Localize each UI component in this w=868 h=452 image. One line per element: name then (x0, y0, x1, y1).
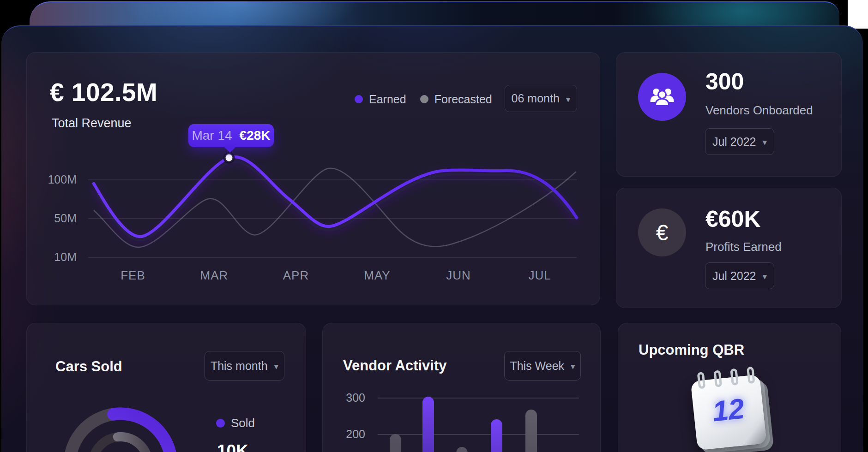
x-axis-label: MAR (187, 268, 242, 283)
x-axis-label: FEB (105, 268, 161, 283)
page-corner-background (848, 0, 868, 29)
calendar-spiral-ring-icon (747, 367, 755, 384)
activity-y-tick: 200 (323, 428, 365, 441)
profits-amount: €60K (705, 206, 761, 232)
upcoming-qbr-card: Upcoming QBR 12 (618, 323, 841, 452)
chevron-down-icon: ▾ (762, 137, 767, 147)
activity-gridline (378, 434, 579, 435)
dashboard-root: € 102.5M Total Revenue Earned Forecasted… (0, 0, 868, 452)
euro-icon: € (638, 208, 686, 256)
gridlines (88, 180, 577, 257)
vendor-activity-card: Vendor Activity This Week ▾ 300 200 (322, 323, 601, 452)
calendar-spiral-ring-icon (697, 372, 706, 389)
profits-range-select[interactable]: Jul 2022 ▾ (705, 262, 774, 289)
activity-bar (422, 397, 434, 452)
users-icon-glyph (649, 83, 675, 110)
profits-label: Profits Earned (705, 240, 782, 254)
tooltip-date: Mar 14 (192, 128, 232, 143)
sold-value: 10K (217, 441, 248, 452)
vendors-range-value: Jul 2022 (712, 135, 756, 149)
activity-range-select[interactable]: This Week ▾ (504, 351, 581, 381)
calendar-front-page: 12 (691, 375, 767, 451)
profits-earned-card: € €60K Profits Earned Jul 2022 ▾ (616, 188, 842, 308)
activity-bar (491, 419, 502, 452)
sold-legend-dot-icon (216, 419, 225, 428)
active-point-dot[interactable] (224, 153, 234, 162)
vendors-range-select[interactable]: Jul 2022 ▾ (705, 128, 774, 155)
activity-bar (456, 447, 468, 452)
vendor-activity-title: Vendor Activity (343, 357, 447, 374)
calendar-page-curl (733, 413, 767, 446)
sold-legend-label: Sold (231, 416, 255, 430)
y-axis-tick: 10M (27, 250, 77, 264)
upcoming-qbr-title: Upcoming QBR (639, 342, 744, 358)
cars-sold-donut-chart (27, 323, 306, 452)
calendar-illustration: 12 (691, 368, 784, 452)
activity-bar (525, 410, 537, 452)
vendors-onboarded-card: 300 Vendors Onboarded Jul 2022 ▾ (616, 52, 842, 177)
vendors-count: 300 (705, 68, 744, 95)
x-axis-label: MAY (350, 268, 405, 283)
cars-sold-card: Cars Sold This month ▾ Sold 10K (26, 323, 306, 452)
activity-gridline (378, 398, 579, 398)
revenue-line-chart (27, 53, 601, 306)
activity-y-tick: 300 (323, 391, 365, 404)
total-revenue-card: € 102.5M Total Revenue Earned Forecasted… (26, 52, 600, 305)
vendors-label: Vendors Onboarded (705, 103, 813, 118)
users-icon (638, 73, 686, 121)
chevron-down-icon: ▾ (571, 361, 575, 371)
x-axis-label: JUL (512, 268, 567, 283)
x-axis-label: JUN (431, 268, 486, 283)
y-axis-tick: 50M (27, 212, 77, 225)
chart-tooltip: Mar 14 €28K (188, 124, 274, 147)
y-axis-tick: 100M (27, 173, 77, 186)
activity-bar (390, 434, 401, 452)
activity-range-value: This Week (510, 359, 564, 373)
chevron-down-icon: ▾ (762, 271, 767, 281)
calendar-spiral-ring-icon (730, 369, 739, 386)
calendar-spiral-ring-icon (713, 370, 722, 387)
euro-icon-glyph: € (656, 220, 669, 245)
x-axis-label: APR (268, 268, 324, 283)
profits-range-value: Jul 2022 (712, 269, 756, 283)
tooltip-value: €28K (240, 128, 271, 143)
